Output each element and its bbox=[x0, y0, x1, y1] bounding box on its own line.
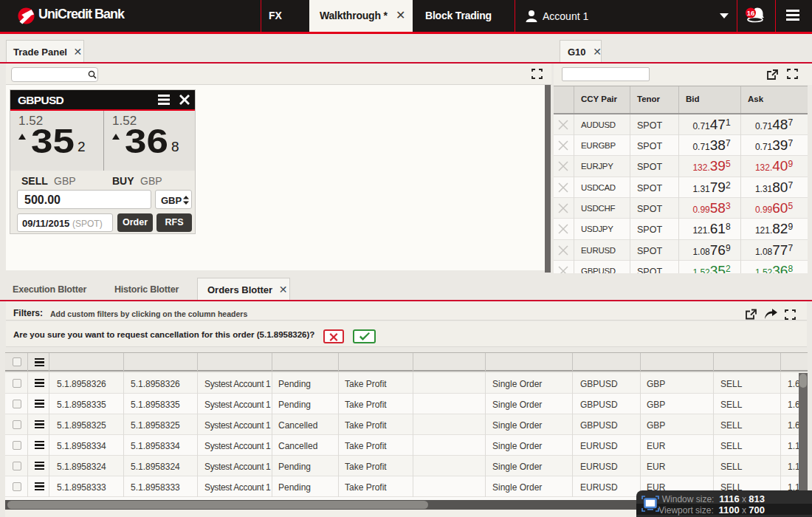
svg-text:16: 16 bbox=[747, 9, 755, 17]
